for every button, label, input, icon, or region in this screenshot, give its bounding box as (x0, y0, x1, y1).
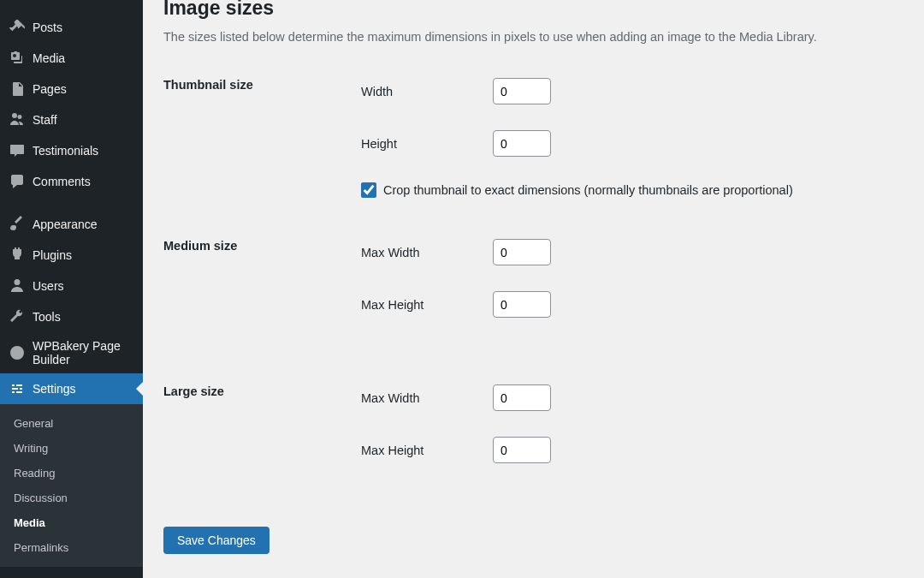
height-label: Height (361, 137, 493, 151)
thumbnail-width-input[interactable] (493, 78, 551, 104)
submenu-item-reading[interactable]: Reading (0, 461, 143, 486)
admin-sidebar: Posts Media Pages Staff Testimonials Com… (0, 0, 143, 578)
sidebar-item-appearance[interactable]: Appearance (0, 209, 143, 240)
brush-icon (9, 216, 26, 233)
sidebar-item-label: Testimonials (33, 144, 98, 158)
media-icon (9, 50, 26, 67)
sidebar-item-label: Tools (33, 310, 61, 324)
wpbakery-icon (9, 344, 26, 361)
sidebar-item-label: Posts (33, 21, 62, 34)
large-height-input[interactable] (493, 437, 551, 463)
page-description: The sizes listed below determine the max… (163, 30, 903, 44)
sidebar-item-posts[interactable]: Posts (0, 12, 143, 43)
crop-label: Crop thumbnail to exact dimensions (norm… (383, 183, 793, 197)
width-label: Width (361, 85, 493, 98)
main-content: Image sizes The sizes listed below deter… (143, 0, 924, 578)
max-height-label: Max Height (361, 298, 493, 312)
sidebar-item-label: Settings (33, 382, 76, 396)
thumbnail-height-input[interactable] (493, 130, 551, 157)
sidebar-item-pages[interactable]: Pages (0, 74, 143, 104)
settings-submenu: General Writing Reading Discussion Media… (0, 404, 143, 567)
testimonial-icon (9, 142, 26, 159)
medium-label: Medium size (163, 239, 361, 343)
sidebar-item-plugins[interactable]: Plugins (0, 240, 143, 271)
submenu-item-general[interactable]: General (0, 411, 143, 436)
sidebar-item-comments[interactable]: Comments (0, 166, 143, 197)
wrench-icon (9, 308, 26, 325)
users-icon (9, 111, 26, 128)
medium-height-input[interactable] (493, 291, 551, 318)
sidebar-item-staff[interactable]: Staff (0, 104, 143, 135)
submenu-item-discussion[interactable]: Discussion (0, 486, 143, 510)
medium-section: Medium size Max Width Max Height (163, 239, 903, 343)
menu-separator (0, 197, 143, 209)
sidebar-item-label: Staff (33, 113, 57, 127)
sidebar-item-settings[interactable]: Settings (0, 373, 143, 404)
svg-point-0 (10, 346, 24, 360)
pin-icon (9, 19, 26, 36)
sidebar-item-label: Users (33, 279, 64, 293)
large-width-input[interactable] (493, 384, 551, 411)
plug-icon (9, 247, 26, 264)
large-label: Large size (163, 384, 361, 489)
sidebar-item-testimonials[interactable]: Testimonials (0, 135, 143, 166)
sidebar-item-media[interactable]: Media (0, 43, 143, 74)
max-height-label: Max Height (361, 444, 493, 457)
settings-icon (9, 380, 26, 397)
sidebar-item-label: Plugins (33, 248, 72, 262)
save-button[interactable]: Save Changes (163, 527, 270, 554)
page-title: Image sizes (163, 0, 903, 20)
comment-icon (9, 173, 26, 190)
sidebar-item-label: Media (33, 51, 65, 65)
submenu-item-permalinks[interactable]: Permalinks (0, 535, 143, 560)
thumbnail-label: Thumbnail size (163, 78, 361, 223)
user-icon (9, 277, 26, 295)
sidebar-item-label: WPBakery Page Builder (33, 339, 134, 366)
sidebar-item-label: Comments (33, 175, 91, 188)
submenu-item-writing[interactable]: Writing (0, 436, 143, 461)
sidebar-item-label: Appearance (33, 217, 98, 231)
sidebar-item-label: Pages (33, 82, 67, 96)
max-width-label: Max Width (361, 246, 493, 259)
sidebar-item-users[interactable]: Users (0, 271, 143, 301)
crop-checkbox[interactable] (361, 182, 376, 198)
pages-icon (9, 80, 26, 98)
max-width-label: Max Width (361, 391, 493, 405)
medium-width-input[interactable] (493, 239, 551, 265)
submenu-item-media[interactable]: Media (0, 510, 143, 535)
sidebar-item-tools[interactable]: Tools (0, 301, 143, 332)
sidebar-item-wpbakery[interactable]: WPBakery Page Builder (0, 332, 143, 373)
large-section: Large size Max Width Max Height (163, 384, 903, 489)
thumbnail-section: Thumbnail size Width Height Crop thumbna… (163, 78, 903, 223)
